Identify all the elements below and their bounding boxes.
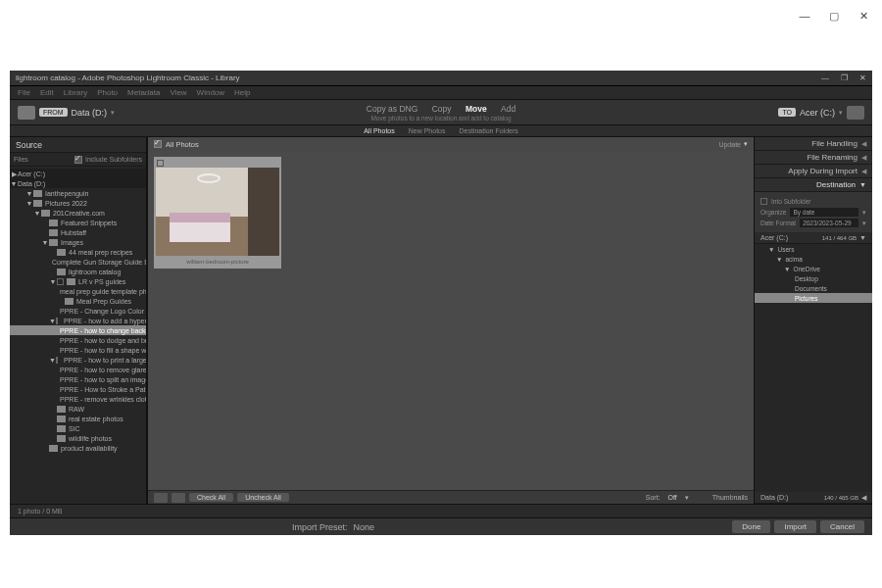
volume-c-label[interactable]: Acer (C:) <box>760 234 788 241</box>
os-close[interactable]: ✕ <box>849 6 878 25</box>
dest-drive[interactable]: Acer (C:) <box>800 108 835 118</box>
tree-item[interactable]: real estate photos <box>10 414 146 423</box>
tree-item[interactable]: Featured Snippets <box>10 218 146 227</box>
tree-item[interactable]: ▼Pictures 2022 <box>10 198 146 208</box>
action-copy-dng[interactable]: Copy as DNG <box>367 104 417 114</box>
window-titlebar: lightroom catalog - Adobe Photoshop Ligh… <box>10 71 872 86</box>
tree-item[interactable]: PPRE - remove wrinkles clothing <box>10 394 146 404</box>
panel-file-renaming[interactable]: File Renaming◀ <box>755 151 872 165</box>
check-all-button[interactable]: Check All <box>189 493 233 502</box>
update-button[interactable]: Update <box>718 141 741 148</box>
action-subtitle: Move photos to a new location and add to… <box>361 115 521 122</box>
tree-item[interactable]: PPRE - how to remove glare lightroom <box>10 365 146 374</box>
tree-item[interactable]: ▼PPRE - how to add a hyperlink... <box>10 316 146 325</box>
panel-apply-during-import[interactable]: Apply During Import◀ <box>755 165 872 178</box>
menu-metadata[interactable]: Metadata <box>127 88 160 97</box>
tree-item[interactable]: lightroom catalog <box>10 267 146 276</box>
tree-drive[interactable]: ▶Acer (C:) <box>10 169 146 178</box>
tree-item[interactable]: ▼Images <box>10 237 146 247</box>
os-minimize[interactable]: — <box>790 6 819 25</box>
win-minimize[interactable]: — <box>821 74 829 82</box>
tree-item[interactable]: PPRE - how to dodge and burn <box>10 335 146 345</box>
menu-photo[interactable]: Photo <box>97 88 118 97</box>
tree-item[interactable]: PPRE - how to change background col... <box>10 325 146 335</box>
subtab-all-photos[interactable]: All Photos <box>364 127 395 134</box>
tree-item[interactable]: PPRE - Change Logo Color <box>10 306 146 316</box>
tree-item[interactable]: ▼LR v PS guides <box>10 276 146 286</box>
dest-tree-item[interactable]: ▼acima <box>755 254 872 264</box>
action-copy[interactable]: Copy <box>432 104 452 114</box>
sort-value[interactable]: Off <box>668 494 677 501</box>
import-preset-value[interactable]: None <box>354 522 375 532</box>
panel-destination[interactable]: Destination▼ <box>755 178 872 192</box>
source-drive[interactable]: Data (D:) <box>72 108 108 118</box>
tree-item[interactable]: 44 meal prep recipes <box>10 247 146 257</box>
chevron-down-icon[interactable]: ▾ <box>111 109 115 117</box>
photo-caption: william-bedroom-picture <box>156 257 279 267</box>
menu-window[interactable]: Window <box>197 88 224 97</box>
dest-tree-item[interactable]: ▼OneDrive <box>755 264 872 273</box>
tree-item[interactable]: PPRE - How to Stroke a Path <box>10 384 146 394</box>
win-close[interactable]: ✕ <box>859 74 866 82</box>
date-format-value[interactable]: 2023/2023-05-29 <box>800 219 858 227</box>
dest-tree-item[interactable]: ▼Users <box>755 244 872 254</box>
tree-item[interactable]: Hubstaff <box>10 227 146 237</box>
destination-tree[interactable]: ▼Users▼acima▼OneDriveDesktopDocumentsPic… <box>755 244 872 492</box>
dest-tree-item[interactable]: Documents <box>755 283 872 293</box>
action-add[interactable]: Add <box>501 104 515 114</box>
tree-item[interactable]: ▼201Creative.com <box>10 208 146 218</box>
app-title: lightroom catalog - Adobe Photoshop Ligh… <box>16 74 240 82</box>
menu-file[interactable]: File <box>18 88 30 97</box>
tree-item[interactable]: ▼PPRE - how to print a large image on ..… <box>10 355 146 365</box>
organize-label: Organize <box>760 209 786 216</box>
loupe-view-icon[interactable] <box>172 493 185 503</box>
subtab-new-photos[interactable]: New Photos <box>409 127 446 134</box>
chevron-down-icon[interactable]: ▾ <box>839 109 843 117</box>
import-actions: Copy as DNG Copy Move Add Move photos to… <box>361 104 521 122</box>
select-all-checkbox[interactable] <box>154 140 162 148</box>
tree-item[interactable]: wildlife photos <box>10 433 146 443</box>
dest-tree-item[interactable]: Desktop <box>755 273 872 283</box>
action-move[interactable]: Move <box>466 104 487 114</box>
volume-d-free: 140 / 465 GB <box>824 495 858 501</box>
tree-item[interactable]: Meal Prep Guides <box>10 296 146 306</box>
volume-d-label[interactable]: Data (D:) <box>760 494 788 501</box>
tree-item[interactable]: PPRE - how to split an image in half <box>10 374 146 384</box>
photo-checkbox[interactable] <box>157 160 164 167</box>
win-maximize[interactable]: ❐ <box>841 74 848 82</box>
grid-header: All Photos <box>166 140 199 149</box>
cancel-button[interactable]: Cancel <box>820 520 864 533</box>
import-button[interactable]: Import <box>774 520 816 533</box>
dest-tree-item[interactable]: Pictures <box>755 293 872 303</box>
panel-file-handling[interactable]: File Handling◀ <box>755 137 872 151</box>
tree-item[interactable]: meal prep guide template photos <box>10 286 146 296</box>
chevron-down-icon[interactable]: ▾ <box>862 220 866 227</box>
photo-thumbnail[interactable]: william-bedroom-picture <box>154 157 281 269</box>
tree-item[interactable]: product availability <box>10 443 146 453</box>
into-subfolder-checkbox[interactable] <box>760 198 767 205</box>
chevron-down-icon[interactable]: ▾ <box>744 140 748 148</box>
chevron-down-icon[interactable]: ▾ <box>862 209 866 217</box>
menu-library[interactable]: Library <box>64 88 87 97</box>
chevron-down-icon[interactable]: ▾ <box>685 494 689 502</box>
grid-view-icon[interactable] <box>154 493 168 503</box>
include-subfolders-checkbox[interactable] <box>74 156 82 164</box>
menu-view[interactable]: View <box>170 88 186 97</box>
tree-item[interactable]: Complete Gun Storage Guide Dove Saf... <box>10 257 146 267</box>
tree-item[interactable]: PPRE - how to fill a shape with color <box>10 345 146 355</box>
tree-item[interactable]: ▼Ianthepenguin <box>10 188 146 198</box>
menu-edit[interactable]: Edit <box>40 88 54 97</box>
status-count: 1 photo / 0 MB <box>18 508 63 514</box>
tree-item[interactable]: RAW <box>10 404 146 414</box>
os-maximize[interactable]: ▢ <box>819 6 849 25</box>
menu-help[interactable]: Help <box>234 88 250 97</box>
tree-drive[interactable]: ▼Data (D:) <box>10 178 146 188</box>
include-subfolders-label: Include Subfolders <box>85 156 142 163</box>
organize-value[interactable]: By date <box>790 208 858 217</box>
tree-item[interactable]: SIC <box>10 423 146 433</box>
uncheck-all-button[interactable]: Uncheck All <box>237 493 289 502</box>
done-button[interactable]: Done <box>732 520 770 533</box>
source-tree[interactable]: ▶Acer (C:)▼Data (D:)▼Ianthepenguin▼Pictu… <box>10 167 146 504</box>
subtab-dest-folders[interactable]: Destination Folders <box>459 127 517 134</box>
photo-preview[interactable] <box>156 168 279 256</box>
